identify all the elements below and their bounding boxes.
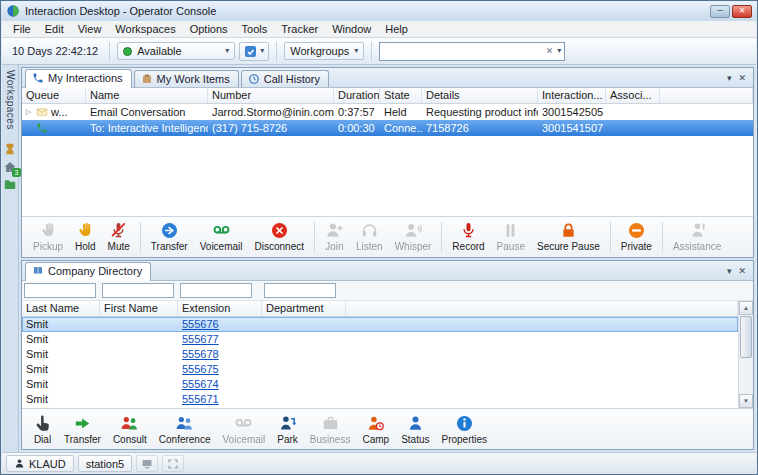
my-status-dropdown[interactable]: Available ▾ xyxy=(117,42,235,60)
clear-search-icon[interactable]: ✕ xyxy=(546,47,554,56)
column-header-associated[interactable]: Associ... xyxy=(606,88,660,103)
disconnect-button[interactable]: Disconnect xyxy=(250,220,309,253)
directory-row[interactable]: Smit 555677 xyxy=(22,332,738,347)
scrollbar-thumb[interactable] xyxy=(740,316,752,358)
last-name-value: Smit xyxy=(22,333,100,345)
extension-link[interactable]: 555678 xyxy=(182,348,219,360)
menu-workspaces[interactable]: Workspaces xyxy=(108,22,182,36)
filter-department-input[interactable] xyxy=(264,283,336,298)
interaction-row-call-selected[interactable]: To: Interactive Intelligence (317) 715-8… xyxy=(22,120,753,136)
camp-button[interactable]: Camp xyxy=(357,413,394,446)
status-person-icon xyxy=(406,414,425,433)
chevron-down-icon[interactable]: ▾ xyxy=(557,47,561,55)
consult-button[interactable]: Consult xyxy=(108,413,152,446)
menu-help[interactable]: Help xyxy=(378,22,415,36)
secure-pause-button[interactable]: Secure Pause xyxy=(532,220,605,253)
station-audio-button[interactable] xyxy=(136,455,158,472)
voicemail-button[interactable]: Voicemail xyxy=(195,220,248,253)
expand-row-icon[interactable]: ▷ xyxy=(24,108,33,116)
home-workspace-icon[interactable]: 3 xyxy=(3,160,17,174)
dir-transfer-button[interactable]: Transfer xyxy=(59,413,106,446)
workspace-badge: 3 xyxy=(12,168,21,177)
panel-close-icon[interactable]: ✕ xyxy=(738,266,746,276)
mute-button[interactable]: Mute xyxy=(103,220,135,253)
menu-edit[interactable]: Edit xyxy=(38,22,71,36)
directory-row[interactable]: Smit 555676 xyxy=(22,317,738,332)
secure-pause-lock-icon xyxy=(559,221,578,240)
filter-first-name-input[interactable] xyxy=(102,283,174,298)
properties-button[interactable]: Properties xyxy=(436,413,492,446)
hourglass-workspace-icon[interactable] xyxy=(3,142,17,156)
lookup-search-box: ✕ ▾ xyxy=(379,42,565,61)
panel-menu-icon[interactable]: ▾ xyxy=(727,73,732,83)
column-header-state[interactable]: State xyxy=(380,88,422,103)
pause-button[interactable]: Pause xyxy=(492,220,530,253)
whisper-button[interactable]: Whisper xyxy=(390,220,437,253)
assistance-button[interactable]: Assistance xyxy=(668,220,726,253)
park-button[interactable]: Park xyxy=(272,413,303,446)
menu-tools[interactable]: Tools xyxy=(235,22,275,36)
workgroups-dropdown[interactable]: Workgroups ▾ xyxy=(284,42,364,60)
interaction-id-value: 3001541507 xyxy=(538,122,606,134)
tab-company-directory[interactable]: Company Directory xyxy=(25,262,151,281)
private-button[interactable]: Private xyxy=(616,220,657,253)
status-button[interactable]: Status xyxy=(396,413,434,446)
dock-toggle-button[interactable] xyxy=(162,455,184,472)
directory-row[interactable]: Smit 555671 xyxy=(22,392,738,407)
extension-link[interactable]: 555676 xyxy=(182,318,219,330)
directory-row[interactable]: Smit 555674 xyxy=(22,377,738,392)
resize-arrows-icon xyxy=(167,458,179,470)
join-person-icon xyxy=(325,221,344,240)
listen-button[interactable]: Listen xyxy=(351,220,388,253)
pickup-button[interactable]: Pickup xyxy=(28,220,68,253)
minimize-button[interactable]: ─ xyxy=(710,5,730,18)
my-work-items-tab-icon xyxy=(141,73,153,85)
menu-options[interactable]: Options xyxy=(183,22,235,36)
scroll-down-icon[interactable]: ▼ xyxy=(739,394,753,408)
filter-last-name-input[interactable] xyxy=(24,283,96,298)
interactions-tabstrip: My Interactions My Work Items Call Histo… xyxy=(22,68,753,88)
column-header-number[interactable]: Number xyxy=(208,88,334,103)
extension-link[interactable]: 555671 xyxy=(182,393,219,405)
folder-workspace-icon[interactable] xyxy=(3,178,17,192)
column-header-first-name[interactable]: First Name xyxy=(100,301,178,316)
column-header-last-name[interactable]: Last Name xyxy=(22,301,100,316)
search-input[interactable] xyxy=(383,45,541,57)
column-header-queue[interactable]: Queue xyxy=(22,88,86,103)
tab-call-history[interactable]: Call History xyxy=(241,70,329,87)
menu-view[interactable]: View xyxy=(71,22,109,36)
panel-close-icon[interactable]: ✕ xyxy=(738,73,746,83)
state-value: Conne... xyxy=(380,122,422,134)
extension-link[interactable]: 555675 xyxy=(182,363,219,375)
directory-row[interactable]: Smit 555675 xyxy=(22,362,738,377)
record-button[interactable]: Record xyxy=(447,220,489,253)
extension-link[interactable]: 555677 xyxy=(182,333,219,345)
column-header-duration[interactable]: Duration xyxy=(334,88,380,103)
directory-row[interactable]: Smit 555678 xyxy=(22,347,738,362)
scroll-up-icon[interactable]: ▲ xyxy=(739,301,753,315)
menu-window[interactable]: Window xyxy=(325,22,378,36)
interaction-row-email[interactable]: ▷ w... Email Conversation Jarrod.Stormo@… xyxy=(22,104,753,120)
status-detail-button[interactable]: ▾ xyxy=(239,42,269,61)
panel-menu-icon[interactable]: ▾ xyxy=(727,266,732,276)
column-header-department[interactable]: Department xyxy=(262,301,346,316)
menu-file[interactable]: File xyxy=(6,22,38,36)
close-button[interactable]: ✕ xyxy=(732,5,752,18)
business-button[interactable]: Business xyxy=(305,413,356,446)
conference-button[interactable]: Conference xyxy=(154,413,216,446)
extension-link[interactable]: 555674 xyxy=(182,378,219,390)
column-header-name[interactable]: Name xyxy=(86,88,208,103)
dial-button[interactable]: Dial xyxy=(28,413,57,446)
column-header-details[interactable]: Details xyxy=(422,88,538,103)
tab-my-interactions[interactable]: My Interactions xyxy=(25,69,132,88)
join-button[interactable]: Join xyxy=(320,220,349,253)
dir-voicemail-button[interactable]: Voicemail xyxy=(217,413,270,446)
directory-scrollbar[interactable]: ▲ ▼ xyxy=(738,301,753,409)
menu-tracker[interactable]: Tracker xyxy=(274,22,325,36)
hold-button[interactable]: Hold xyxy=(70,220,101,253)
filter-extension-input[interactable] xyxy=(180,283,252,298)
column-header-extension[interactable]: Extension xyxy=(178,301,262,316)
tab-my-work-items[interactable]: My Work Items xyxy=(134,70,239,87)
column-header-interaction[interactable]: Interaction... xyxy=(538,88,606,103)
transfer-button[interactable]: Transfer xyxy=(146,220,193,253)
